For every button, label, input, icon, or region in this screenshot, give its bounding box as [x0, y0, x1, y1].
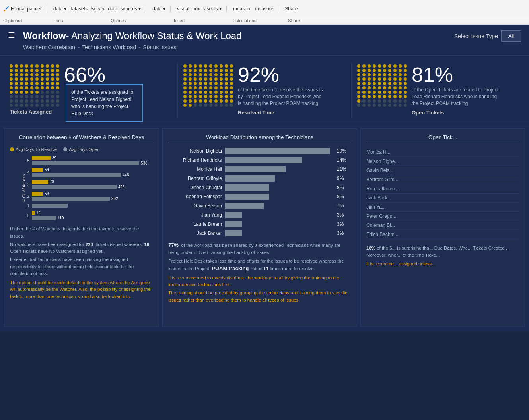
hamburger-menu[interactable]: ☰ — [8, 30, 15, 40]
datasets-btn[interactable]: datasets — [70, 6, 88, 12]
data-dropdown[interactable]: data ▾ — [53, 6, 66, 12]
wl-name-5: Keenan Feldspar — [168, 194, 222, 199]
wl-pct-3: 9% — [337, 176, 351, 181]
visual-btn[interactable]: visual — [177, 6, 189, 12]
dot-49 — [404, 82, 407, 85]
dot-43 — [373, 82, 376, 85]
bar-gray-val-0: 119 — [57, 216, 64, 220]
watcher-panel: Correlation between # of Watchers & Reso… — [4, 128, 159, 327]
dot-69 — [56, 91, 59, 94]
bar-label-0: 0 — [24, 213, 29, 218]
workload-bars: Nelson Bighetti 19% Richard Hendricks 14… — [168, 148, 351, 236]
wl-name-7: Jian Yang — [168, 212, 222, 218]
insert-section: visual box visuals ▾ — [177, 6, 227, 12]
header-right: Select Issue Type All — [454, 30, 521, 42]
kpi-3-text: of the Open Tickets are related to Proje… — [412, 87, 499, 106]
dot-72 — [20, 95, 23, 98]
nav-status-issues[interactable]: Status Issues — [143, 44, 177, 50]
bar-group-3: 78 426 — [32, 180, 153, 189]
dot-33 — [373, 77, 376, 81]
bar-gold-0: 14 — [32, 211, 153, 215]
bar-label-5: 5 — [24, 158, 29, 163]
dot-18 — [51, 69, 54, 72]
bar-group-2: 53 392 — [32, 192, 153, 201]
dot-40 — [357, 82, 360, 85]
toolbar-labels: Clipboard Data Queries Insert Calculatio… — [0, 17, 529, 25]
data-label: data ▾ — [53, 6, 66, 12]
dot-82 — [20, 99, 23, 103]
dot-89 — [56, 99, 59, 103]
dot-66 — [214, 91, 218, 94]
dot-54 — [204, 86, 207, 89]
kpi-3-percent: 81% — [412, 64, 499, 85]
wl-bar-container-4 — [225, 184, 335, 191]
dot-77 — [46, 95, 49, 98]
wl-analysis-1: 77% of the workload has been shared by 7… — [168, 241, 351, 256]
box-btn[interactable]: box — [193, 6, 200, 12]
wl-pct-4: 8% — [337, 185, 351, 190]
dot-52 — [368, 86, 371, 89]
nav-technicians-workload[interactable]: Technicians Workload — [82, 44, 136, 50]
main-panels: Correlation between # of Watchers & Reso… — [0, 124, 529, 331]
kpi-dot-grid-2: (function(){ const grid = document.curre… — [183, 64, 234, 107]
dot-87 — [220, 99, 223, 103]
dot-11 — [362, 69, 366, 72]
wl-name-4: Dinesh Chugtai — [168, 185, 222, 190]
sources-dropdown[interactable]: sources ▾ — [121, 6, 141, 12]
header: ☰ Workflow- Analyzing Workflow Status & … — [0, 25, 529, 56]
queries-label: data ▾ — [152, 6, 165, 12]
watcher-analysis-line1: Higher the # of Watchers, longer is the … — [10, 226, 153, 240]
dot-55 — [209, 86, 212, 89]
dot-36 — [388, 77, 391, 81]
queries-dropdown[interactable]: data ▾ — [152, 6, 165, 12]
dot-47 — [46, 82, 49, 85]
dot-95 — [383, 104, 386, 107]
dot-90 — [10, 104, 13, 107]
dot-19 — [404, 69, 407, 72]
dot-9 — [404, 64, 407, 68]
measure-btn1[interactable]: measure — [233, 6, 252, 12]
share-btn[interactable]: Share — [285, 6, 298, 12]
wl-bar-container-2 — [225, 166, 335, 172]
dot-50 — [10, 86, 13, 89]
dot-74 — [378, 95, 381, 98]
name-item-1: Nelson Bighe... — [366, 157, 519, 166]
dot-58 — [399, 86, 402, 89]
dot-87 — [393, 99, 397, 103]
bar-gray-fill-1 — [32, 204, 68, 208]
wl-name-2: Monica Hall — [168, 166, 222, 172]
dot-73 — [25, 95, 28, 98]
dot-91 — [189, 104, 192, 107]
dot-93 — [25, 104, 28, 107]
visuals-dropdown[interactable]: visuals ▾ — [203, 6, 222, 12]
bar-gray-fill-4 — [32, 173, 121, 177]
measure-btn2[interactable]: measure — [255, 6, 274, 12]
nav-watchers-correlation[interactable]: Watchers Correlation — [23, 44, 75, 50]
dot-97 — [393, 104, 397, 107]
dot-29 — [230, 73, 233, 76]
dot-60 — [10, 91, 13, 94]
bar-gray-val-4: 448 — [123, 173, 129, 177]
wl-bar-5 — [225, 194, 269, 200]
dot-98 — [225, 104, 228, 107]
server-btn[interactable]: Server — [91, 6, 105, 12]
select-issue-box[interactable]: All — [501, 30, 521, 42]
wl-pct-7: 3% — [337, 212, 351, 218]
dot-93 — [199, 104, 202, 107]
dot-25 — [383, 73, 386, 76]
wl-bar-6 — [225, 203, 264, 209]
dot-0 — [10, 64, 13, 68]
data-btn2[interactable]: data — [108, 6, 117, 12]
dot-5 — [209, 64, 212, 68]
format-painter[interactable]: 🖌️ Format painter — [3, 6, 42, 12]
dot-39 — [404, 77, 407, 81]
dot-30 — [357, 77, 360, 81]
dot-67 — [393, 91, 397, 94]
bar-gold-3: 78 — [32, 180, 153, 184]
bar-gray-2: 392 — [32, 197, 153, 201]
dot-1 — [189, 64, 192, 68]
share-section: Share — [285, 6, 298, 12]
dot-45 — [383, 82, 386, 85]
dot-8 — [225, 64, 228, 68]
dot-64 — [30, 91, 33, 94]
